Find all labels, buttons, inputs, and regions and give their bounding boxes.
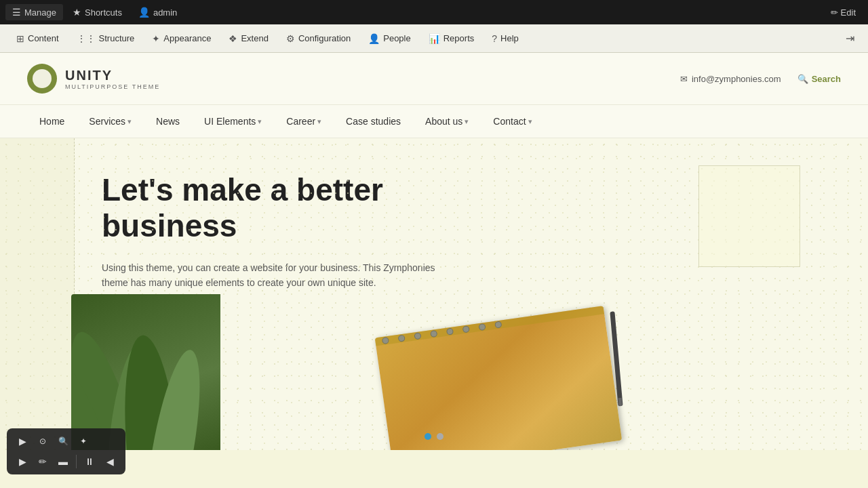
collapse-button[interactable]: ⇥ bbox=[840, 29, 860, 47]
select-tool-button[interactable]: ▶ bbox=[14, 432, 31, 450]
nav-reports[interactable]: 📊 Reports bbox=[420, 29, 483, 48]
zoom-in-icon: 🔍 bbox=[58, 436, 68, 446]
chevron-down-icon: ▾ bbox=[465, 117, 469, 126]
pen bbox=[610, 311, 623, 406]
nav-contact[interactable]: Contact ▾ bbox=[481, 105, 544, 138]
appearance-icon: ✦ bbox=[152, 33, 160, 44]
eraser-icon: ▬ bbox=[58, 456, 68, 467]
nav-home[interactable]: Home bbox=[27, 105, 77, 138]
draw-tool-button[interactable]: ✏ bbox=[34, 453, 52, 470]
site-logo[interactable]: UNITY MULTIPURPOSE THEME bbox=[27, 64, 160, 94]
ring bbox=[462, 325, 470, 333]
ring bbox=[398, 334, 406, 342]
logo-text: UNITY MULTIPURPOSE THEME bbox=[65, 67, 160, 91]
back-icon: ◀ bbox=[106, 456, 114, 467]
logo-circle bbox=[27, 64, 57, 94]
star-icon: ★ bbox=[73, 7, 81, 18]
pen-tip bbox=[618, 398, 623, 406]
shortcuts-button[interactable]: ★ Shortcuts bbox=[66, 4, 129, 20]
ring bbox=[478, 323, 486, 331]
email-icon: ✉ bbox=[680, 74, 688, 84]
chevron-down-icon: ▾ bbox=[317, 117, 321, 126]
toolbar-row-1: ▶ ⊙ 🔍 ✦ bbox=[14, 432, 119, 450]
cursor-icon: ▶ bbox=[19, 436, 26, 447]
nav-appearance[interactable]: ✦ Appearance bbox=[144, 29, 219, 48]
help-icon: ? bbox=[492, 33, 497, 44]
toolbar-row-2: ▶ ✏ ▬ ⏸ ◀ bbox=[14, 453, 119, 470]
ring bbox=[414, 332, 421, 340]
pause-button[interactable]: ⏸ bbox=[81, 453, 98, 470]
nav-services[interactable]: Services ▾ bbox=[77, 105, 144, 138]
extend-icon: ❖ bbox=[229, 33, 237, 44]
nav-news[interactable]: News bbox=[144, 105, 192, 138]
hero-deco-box bbox=[698, 165, 800, 267]
nav-structure[interactable]: ⋮⋮ Structure bbox=[68, 29, 143, 48]
people-icon: 👤 bbox=[368, 33, 380, 44]
zoom-in-button[interactable]: 🔍 bbox=[54, 432, 72, 450]
hero-section: Let's make a betterbusiness Using this t… bbox=[0, 138, 868, 450]
site-header-right: ✉ info@zymphonies.com 🔍 Search bbox=[680, 74, 841, 84]
cms-navbar-right: ⇥ bbox=[840, 29, 860, 47]
header-email: ✉ info@zymphonies.com bbox=[680, 74, 781, 84]
cms-navbar: ⊞ Content ⋮⋮ Structure ✦ Appearance ❖ Ex… bbox=[0, 24, 868, 53]
ring bbox=[430, 330, 437, 338]
logo-title: UNITY bbox=[65, 67, 160, 83]
nav-about-us[interactable]: About us ▾ bbox=[413, 105, 481, 138]
content-icon: ⊞ bbox=[16, 33, 24, 44]
pencil-icon: ✏ bbox=[831, 7, 838, 18]
search-icon: 🔍 bbox=[797, 74, 808, 84]
slider-dot-1[interactable] bbox=[425, 433, 431, 440]
logo-circle-inner bbox=[33, 69, 52, 88]
admin-user-button[interactable]: 👤 admin bbox=[132, 4, 184, 20]
chevron-down-icon: ▾ bbox=[127, 117, 132, 126]
pointer-tool-button[interactable]: ▶ bbox=[14, 453, 31, 470]
nav-content[interactable]: ⊞ Content bbox=[8, 29, 67, 48]
ring bbox=[446, 327, 454, 335]
zoom-out-button[interactable]: ✦ bbox=[75, 432, 92, 450]
notebook-top bbox=[375, 306, 604, 346]
zoom-fit-icon: ⊙ bbox=[39, 436, 46, 446]
zoom-out-icon: ✦ bbox=[80, 436, 87, 446]
nav-ui-elements[interactable]: UI Elements ▾ bbox=[192, 105, 274, 138]
admin-toolbar: ☰ Manage ★ Shortcuts 👤 admin ✏ Edit bbox=[0, 0, 868, 24]
site-header: UNITY MULTIPURPOSE THEME ✉ info@zymphoni… bbox=[0, 53, 868, 105]
nav-extend[interactable]: ❖ Extend bbox=[220, 29, 276, 48]
plant-background bbox=[71, 294, 220, 450]
slider-dots bbox=[425, 433, 443, 440]
back-button[interactable]: ◀ bbox=[101, 453, 119, 470]
bottom-toolbar: ▶ ⊙ 🔍 ✦ ▶ ✏ ▬ ⏸ ◀ bbox=[7, 428, 125, 474]
chevron-down-icon: ▾ bbox=[528, 117, 532, 126]
zoom-fit-button[interactable]: ⊙ bbox=[34, 432, 52, 450]
nav-career[interactable]: Career ▾ bbox=[274, 105, 334, 138]
reports-icon: 📊 bbox=[429, 33, 440, 44]
ring bbox=[382, 337, 389, 344]
nav-configuration[interactable]: ⚙ Configuration bbox=[278, 29, 359, 48]
hero-image-area bbox=[71, 294, 668, 450]
erase-tool-button[interactable]: ▬ bbox=[54, 453, 72, 470]
pointer-icon: ▶ bbox=[19, 456, 26, 467]
pause-icon: ⏸ bbox=[85, 456, 94, 467]
edit-button[interactable]: ✏ Edit bbox=[824, 5, 863, 20]
user-icon: 👤 bbox=[138, 7, 150, 18]
nav-case-studies[interactable]: Case studies bbox=[334, 105, 413, 138]
configuration-icon: ⚙ bbox=[286, 33, 295, 44]
chevron-down-icon: ▾ bbox=[258, 117, 262, 126]
plant-svg bbox=[71, 294, 220, 450]
menu-icon: ☰ bbox=[12, 7, 21, 18]
slider-dot-2[interactable] bbox=[437, 433, 443, 440]
ring bbox=[494, 321, 502, 328]
notebook bbox=[375, 306, 623, 450]
nav-help[interactable]: ? Help bbox=[484, 29, 527, 48]
manage-button[interactable]: ☰ Manage bbox=[5, 4, 63, 20]
header-search-button[interactable]: 🔍 Search bbox=[797, 74, 841, 84]
toolbar-separator bbox=[76, 455, 77, 468]
logo-subtitle: MULTIPURPOSE THEME bbox=[65, 83, 160, 91]
site-nav: Home Services ▾ News UI Elements ▾ Caree… bbox=[0, 105, 868, 138]
pencil-tool-icon: ✏ bbox=[39, 456, 47, 467]
structure-icon: ⋮⋮ bbox=[77, 33, 96, 44]
nav-people[interactable]: 👤 People bbox=[360, 29, 418, 48]
